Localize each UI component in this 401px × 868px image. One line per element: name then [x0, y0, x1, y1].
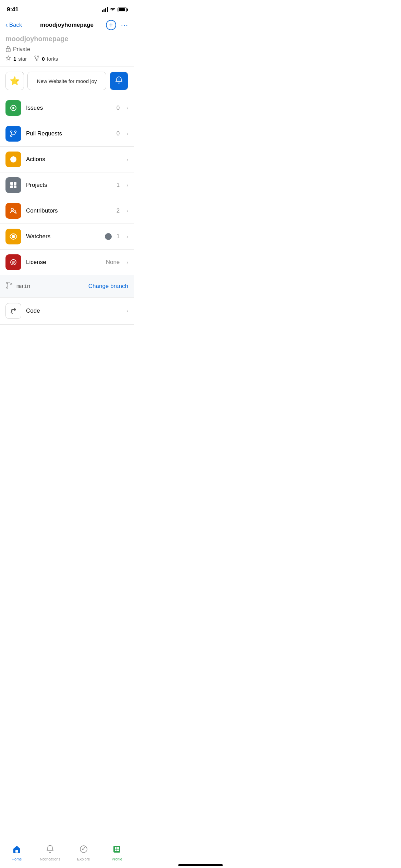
actions-chevron: › [126, 157, 128, 162]
svg-point-25 [11, 284, 12, 285]
forks-label: forks [47, 56, 58, 62]
menu-item-issues[interactable]: Issues 0 › [0, 95, 134, 121]
private-row: Private [5, 46, 128, 53]
stars-stat: 1 star [5, 56, 27, 62]
private-label: Private [13, 46, 30, 52]
projects-icon [5, 177, 21, 193]
lock-icon [5, 46, 11, 53]
svg-rect-13 [10, 182, 13, 185]
badge-dot [105, 233, 112, 240]
menu-item-projects[interactable]: Projects 1 › [0, 172, 134, 198]
repo-title-faded: moodjoyhomepage [5, 35, 128, 43]
contributors-chevron: › [126, 208, 128, 214]
license-count: None [106, 259, 120, 266]
menu-item-license[interactable]: License None › [0, 250, 134, 275]
projects-chevron: › [126, 182, 128, 188]
issues-count: 0 [117, 105, 120, 111]
actions-icon [5, 152, 21, 167]
branch-name: main [16, 283, 31, 290]
plus-icon: + [109, 22, 113, 28]
star-button[interactable]: ⭐ [5, 72, 24, 90]
svg-point-3 [37, 56, 39, 57]
svg-point-7 [12, 107, 14, 109]
contributors-label: Contributors [26, 207, 112, 214]
menu-item-contributors[interactable]: Contributors 2 › [0, 198, 134, 224]
contributors-icon [5, 203, 21, 219]
star-outline-icon [5, 56, 11, 62]
watchers-chevron: › [126, 234, 128, 239]
status-time: 9:41 [7, 6, 19, 13]
nav-bar: ‹ Back moodjoyhomepage + ··· [0, 17, 134, 33]
repo-info: moodjoyhomepage Private 1 star [0, 33, 134, 67]
svg-point-12 [12, 158, 14, 160]
code-icon-box [5, 303, 21, 319]
bell-button[interactable] [110, 72, 128, 90]
pull-requests-icon [5, 126, 21, 142]
pull-requests-chevron: › [126, 131, 128, 136]
bell-icon [115, 76, 123, 86]
actions-label: Actions [26, 156, 115, 163]
change-branch-button[interactable]: Change branch [88, 283, 128, 290]
forks-stat: 0 forks [34, 55, 58, 62]
star-filled-icon: ⭐ [10, 76, 20, 86]
svg-rect-15 [10, 185, 13, 188]
svg-point-8 [11, 131, 12, 133]
svg-point-2 [35, 56, 36, 57]
add-button[interactable]: + [106, 20, 116, 30]
branch-section: main Change branch [0, 275, 134, 298]
status-icons [102, 7, 127, 12]
svg-rect-16 [14, 185, 16, 188]
nav-title: moodjoyhomepage [40, 22, 94, 28]
stats-row: 1 star 0 forks [5, 55, 128, 62]
commit-message-text: New Website for mood joy [37, 78, 97, 84]
menu-item-actions[interactable]: Actions › [0, 147, 134, 172]
forks-count: 0 [42, 56, 45, 62]
back-button[interactable]: ‹ Back [5, 21, 22, 29]
nav-actions: + ··· [106, 20, 128, 30]
svg-point-1 [8, 50, 9, 51]
issues-label: Issues [26, 105, 112, 111]
code-label: Code [26, 308, 122, 314]
watchers-count: 1 [117, 233, 120, 240]
svg-point-17 [11, 208, 14, 211]
projects-label: Projects [26, 182, 112, 189]
contributors-count: 2 [117, 207, 120, 214]
wifi-icon [110, 7, 116, 12]
git-branch-icon [5, 281, 13, 291]
menu-item-pull-requests[interactable]: Pull Requests 0 › [0, 121, 134, 147]
ellipsis-icon: ··· [121, 21, 128, 29]
code-row[interactable]: Code › [0, 298, 134, 325]
commit-message-button[interactable]: New Website for mood joy [27, 72, 106, 90]
battery-icon [118, 8, 127, 12]
action-buttons-row: ⭐ New Website for mood joy [0, 67, 134, 95]
issues-icon [5, 100, 21, 116]
menu-list: Issues 0 › Pull Requests 0 › Actions [0, 95, 134, 275]
svg-point-10 [11, 135, 12, 137]
more-button[interactable]: ··· [121, 21, 128, 29]
watchers-label: Watchers [26, 233, 97, 240]
projects-count: 1 [117, 182, 120, 189]
license-chevron: › [126, 260, 128, 265]
back-label: Back [9, 22, 22, 28]
chevron-left-icon: ‹ [5, 21, 8, 29]
license-label: License [26, 259, 101, 266]
svg-rect-14 [14, 182, 16, 185]
stars-count: 1 [13, 56, 16, 62]
pull-requests-count: 0 [117, 130, 120, 137]
code-chevron: › [126, 308, 128, 314]
signal-icon [102, 7, 108, 12]
watchers-icon [5, 229, 21, 244]
fork-icon [34, 55, 40, 62]
issues-chevron: › [126, 105, 128, 111]
svg-point-24 [7, 287, 8, 288]
svg-point-9 [15, 131, 16, 133]
branch-info: main [5, 281, 31, 291]
svg-point-18 [12, 235, 15, 238]
status-bar: 9:41 [0, 0, 134, 17]
pull-requests-label: Pull Requests [26, 130, 112, 137]
license-icon [5, 254, 21, 270]
menu-item-watchers[interactable]: Watchers 1 › [0, 224, 134, 250]
stars-label: star [18, 56, 27, 62]
